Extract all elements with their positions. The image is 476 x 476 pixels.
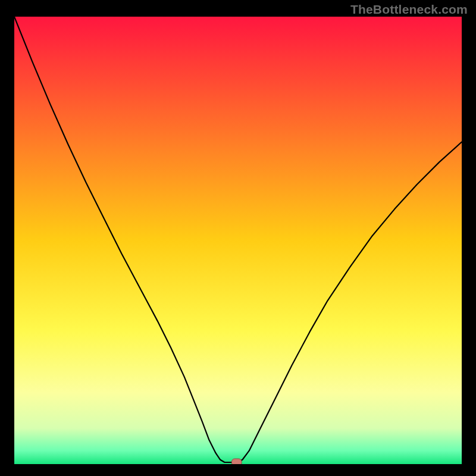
chart-frame: TheBottleneck.com — [0, 0, 476, 476]
gradient-background — [14, 17, 462, 464]
plot-area — [14, 17, 462, 464]
chart-svg — [14, 17, 462, 464]
optimum-marker — [231, 459, 242, 464]
watermark-text: TheBottleneck.com — [350, 2, 468, 17]
